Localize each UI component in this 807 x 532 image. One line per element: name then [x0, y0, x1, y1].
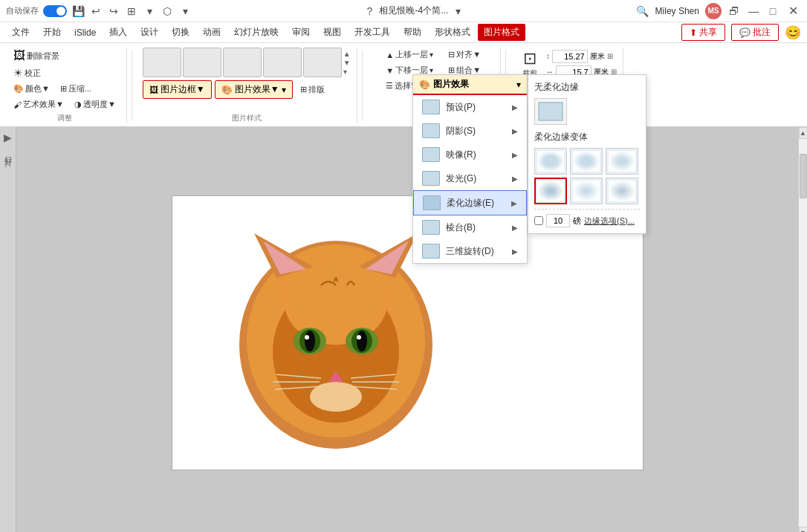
- soften-arrow: ▶: [511, 199, 517, 207]
- compress-button[interactable]: ⊞ 压缩...: [56, 82, 96, 96]
- bevel-arrow: ▶: [512, 224, 518, 232]
- soften-options-link[interactable]: 边缘选项(S)...: [584, 215, 635, 227]
- soften-item-2[interactable]: [570, 148, 603, 175]
- image-effects-dropdown: 🎨 图片效果 ▾ 预设(P) ▶ 阴影(S) ▶ 映像(R) ▶ 发光(G) ▶…: [412, 74, 528, 264]
- search-icon[interactable]: 🔍: [636, 4, 649, 18]
- scroll-up-arrow[interactable]: ▲: [799, 127, 808, 139]
- pic-style-2[interactable]: [183, 48, 221, 77]
- dropdown-item-shadow[interactable]: 阴影(S) ▶: [413, 119, 527, 143]
- menu-view[interactable]: 视图: [317, 24, 347, 41]
- picture-styles-content: ▲ ▼ ▾ 🖼 图片边框▼ 🎨 图片效果▼ ▾: [143, 48, 351, 111]
- no-soften-item[interactable]: [534, 98, 567, 125]
- menu-review[interactable]: 审阅: [286, 24, 316, 41]
- style-scroll-more[interactable]: ▾: [343, 68, 351, 76]
- move-up-icon: ▲: [386, 51, 394, 59]
- menu-picture-format[interactable]: 图片格式: [478, 24, 525, 41]
- dropdown-item-soften[interactable]: 柔化边缘(E) ▶: [413, 190, 527, 215]
- style-scroll-up[interactable]: ▲: [343, 50, 351, 58]
- title-bar-left: 自动保存 💾 ↩ ↪ ⊞ ▾ ⬡ ▾: [6, 4, 192, 18]
- main-area: ▶ 幻 灯 片: [0, 127, 807, 532]
- scroll-down-arrow[interactable]: ▼: [799, 527, 808, 532]
- svg-rect-28: [537, 181, 564, 201]
- left-arrow[interactable]: ▶: [4, 132, 12, 143]
- shapes-icon[interactable]: ⬡: [161, 4, 174, 18]
- comment-label: 批注: [753, 26, 771, 39]
- autosave-toggle[interactable]: [43, 5, 67, 17]
- svg-rect-30: [609, 181, 635, 201]
- correct-icon: ☀: [13, 67, 23, 79]
- style-scroll: ▲ ▼ ▾: [343, 50, 351, 76]
- help-icon[interactable]: ?: [363, 4, 376, 18]
- dropdown-item-glow[interactable]: 发光(G) ▶: [413, 166, 527, 190]
- height-spinner[interactable]: ⊞: [607, 52, 613, 60]
- image-layout-button[interactable]: ⊞ 排版: [296, 81, 329, 98]
- maximize-icon[interactable]: □: [766, 4, 780, 18]
- more-icon[interactable]: ▾: [143, 4, 156, 18]
- menu-devtools[interactable]: 开发工具: [349, 24, 396, 41]
- glow-arrow: ▶: [512, 175, 518, 183]
- soften-item-6[interactable]: [606, 178, 638, 204]
- minimize-icon[interactable]: —: [747, 4, 760, 18]
- art-effect-button[interactable]: 🖌 艺术效果▼: [9, 97, 68, 111]
- correct-button[interactable]: ☀ 校正: [9, 65, 120, 80]
- undo-icon[interactable]: ↩: [89, 4, 103, 18]
- menu-design[interactable]: 设计: [134, 24, 164, 41]
- menu-right: ⬆ 共享 💬 批注 😊: [681, 24, 801, 41]
- sidebar-label: 幻 灯 片: [3, 149, 13, 154]
- remove-bg-button[interactable]: 🖼 删除背景: [9, 48, 120, 64]
- adjust-group-content: 🖼 删除背景 ☀ 校正 🎨 颜色▼ ⊞ 压缩.: [9, 48, 120, 111]
- no-soften-title: 无柔化边缘: [534, 81, 640, 94]
- menu-start[interactable]: 开始: [37, 24, 67, 41]
- height-unit: 厘米: [590, 51, 605, 62]
- height-input[interactable]: [552, 50, 588, 63]
- menu-islide[interactable]: iSlide: [68, 25, 102, 40]
- pic-style-4[interactable]: [263, 48, 302, 77]
- reflection-arrow: ▶: [512, 151, 518, 159]
- menu-switch[interactable]: 切换: [166, 24, 195, 41]
- image-effects-icon: 🎨: [221, 85, 233, 95]
- dropdown-item-preset[interactable]: 预设(P) ▶: [413, 95, 527, 119]
- style-scroll-down[interactable]: ▼: [343, 59, 351, 67]
- svg-point-14: [305, 335, 309, 340]
- dropdown-item-reflection[interactable]: 映像(R) ▶: [413, 143, 527, 166]
- pic-style-3[interactable]: [223, 48, 262, 77]
- soften-item-5[interactable]: [570, 178, 603, 204]
- soften-item-3[interactable]: [606, 148, 638, 175]
- move-up-button[interactable]: ▲ 上移一层 ▾: [381, 48, 438, 62]
- share-button[interactable]: ⬆ 共享: [681, 24, 725, 41]
- comment-button[interactable]: 💬 批注: [731, 24, 779, 41]
- menu-insert[interactable]: 插入: [103, 24, 133, 41]
- image-frame-button[interactable]: 🖼 图片边框▼: [143, 80, 212, 99]
- table-icon[interactable]: ⊞: [125, 4, 138, 18]
- svg-rect-25: [537, 151, 564, 172]
- menu-animate[interactable]: 动画: [197, 24, 227, 41]
- effects-icon-header: 🎨: [419, 80, 430, 90]
- close-icon[interactable]: ✕: [785, 4, 801, 18]
- svg-point-15: [357, 335, 361, 340]
- more2-icon[interactable]: ▾: [178, 4, 192, 18]
- transparency-button[interactable]: ◑ 透明度▼: [70, 97, 120, 111]
- 3d-arrow: ▶: [512, 247, 518, 256]
- image-effects-button[interactable]: 🎨 图片效果▼ ▾: [215, 80, 293, 99]
- emoji-button[interactable]: 😊: [785, 25, 801, 41]
- dropdown-item-3d[interactable]: 三维旋转(D) ▶: [413, 239, 527, 263]
- menu-file[interactable]: 文件: [6, 24, 36, 41]
- align-button[interactable]: ⊟ 对齐▼: [444, 48, 485, 62]
- chevron-down-icon[interactable]: ▾: [451, 4, 464, 18]
- soften-item-1[interactable]: [534, 148, 567, 175]
- menu-help[interactable]: 帮助: [398, 24, 427, 41]
- redo-icon[interactable]: ↪: [107, 4, 120, 18]
- color-button[interactable]: 🎨 颜色▼: [9, 82, 54, 96]
- remove-bg-icon: 🖼: [13, 49, 25, 62]
- restore-icon[interactable]: 🗗: [727, 4, 741, 18]
- dropdown-item-bevel[interactable]: 棱台(B) ▶: [413, 215, 527, 239]
- menu-slideshow[interactable]: 幻灯片放映: [228, 24, 285, 41]
- scroll-thumb[interactable]: [800, 154, 807, 198]
- menu-shape-format[interactable]: 形状格式: [429, 24, 476, 41]
- pic-style-5[interactable]: [303, 48, 342, 77]
- save-icon[interactable]: 💾: [71, 4, 85, 18]
- soften-checkbox[interactable]: [534, 216, 543, 225]
- pic-style-1[interactable]: [143, 48, 181, 77]
- soften-item-4[interactable]: [534, 178, 567, 204]
- soften-value-input[interactable]: [546, 214, 570, 227]
